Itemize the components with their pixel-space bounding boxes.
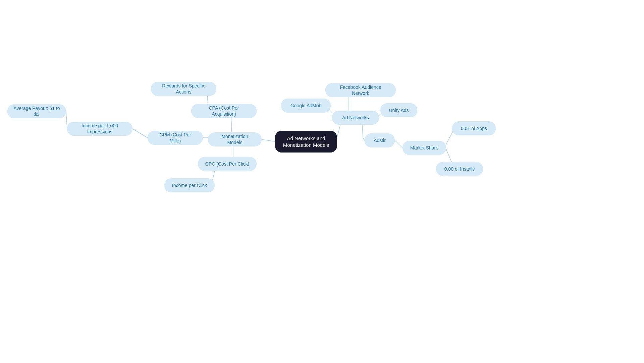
avg-payout-label: Average Payout: $1 to $5 <box>13 105 60 117</box>
svg-line-21 <box>395 140 402 148</box>
cpa-node: CPA (Cost Per Acquisition) <box>191 104 257 118</box>
installs-000-label: 0.00 of Installs <box>444 166 475 172</box>
rewards-label: Rewards for Specific Actions <box>157 83 210 95</box>
svg-line-11 <box>66 111 67 129</box>
income-per-click-label: Income per Click <box>172 182 207 188</box>
central-node: Ad Networks and Monetization Models <box>275 131 337 153</box>
svg-line-19 <box>362 125 363 137</box>
cpc-label: CPC (Cost Per Click) <box>205 161 249 167</box>
google-admob-node: Google AdMob <box>281 99 331 113</box>
income-per-click-node: Income per Click <box>164 178 215 192</box>
market-share-label: Market Share <box>410 145 438 151</box>
facebook-node: Facebook Audience Network <box>325 83 396 97</box>
svg-line-10 <box>132 129 148 138</box>
cpm-label: CPM (Cost Per Mille) <box>154 132 197 144</box>
adstir-label: Adstir <box>374 137 386 143</box>
google-admob-label: Google AdMob <box>290 103 322 109</box>
central-label: Ad Networks and Monetization Models <box>281 135 331 148</box>
svg-line-0 <box>262 139 275 141</box>
income-per-1000-node: Income per 1,000 Impressions <box>67 122 132 136</box>
rewards-node: Rewards for Specific Actions <box>151 82 216 96</box>
ad-networks-label: Ad Networks <box>342 115 369 121</box>
ad-networks-node: Ad Networks <box>332 111 379 125</box>
installs-000-node: 0.00 of Installs <box>436 162 483 176</box>
cpm-node: CPM (Cost Per Mille) <box>148 131 203 145</box>
cpa-label: CPA (Cost Per Acquisition) <box>197 105 251 117</box>
apps-001-node: 0.01 of Apps <box>452 121 496 135</box>
cpc-node: CPC (Cost Per Click) <box>198 157 257 171</box>
monetization-models-node: Monetization Models <box>208 132 262 146</box>
avg-payout-node: Average Payout: $1 to $5 <box>7 104 66 118</box>
market-share-node: Market Share <box>402 141 446 155</box>
unity-ads-label: Unity Ads <box>389 107 409 113</box>
monetization-models-label: Monetization Models <box>214 133 256 145</box>
income-per-1000-label: Income per 1,000 Impressions <box>73 123 126 135</box>
adstir-node: Adstir <box>365 133 395 147</box>
unity-ads-node: Unity Ads <box>380 103 417 117</box>
facebook-label: Facebook Audience Network <box>331 84 390 96</box>
apps-001-label: 0.01 of Apps <box>461 125 487 131</box>
